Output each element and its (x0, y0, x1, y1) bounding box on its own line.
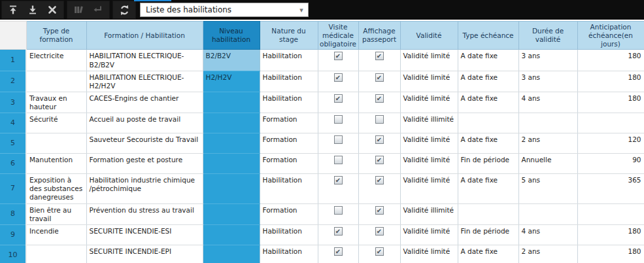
col-header-anticipation-echeance[interactable]: Anticipation échéance(en jours) (577, 22, 644, 50)
cell-validite[interactable]: Validité limité (400, 71, 458, 92)
cell-type-formation[interactable]: Bien être au travail (26, 203, 86, 224)
cell-nature-stage[interactable]: Habilitation (260, 224, 318, 245)
visite-medicale-checkbox[interactable] (334, 176, 343, 184)
refresh-button[interactable] (114, 2, 134, 18)
affichage-passeport-checkbox[interactable] (375, 52, 384, 60)
cell-formation-habilitation[interactable]: SECURITE INCENDIE-EPI (86, 245, 203, 263)
visite-medicale-checkbox[interactable] (334, 135, 343, 144)
cell-duree-validite[interactable] (518, 203, 577, 224)
cell-type-echeance[interactable] (458, 203, 518, 224)
row-number[interactable]: 10 (0, 245, 26, 263)
step-arrow-button[interactable] (88, 2, 108, 18)
col-header-niveau-habilitation[interactable]: Niveau habilitation (203, 22, 260, 50)
col-header-formation-habilitation[interactable]: Formation / Habilitation (86, 22, 203, 50)
visite-medicale-checkbox[interactable] (334, 206, 343, 215)
cell-nature-stage[interactable]: Habilitation (260, 174, 318, 203)
cell-type-formation[interactable] (26, 133, 86, 154)
books-button[interactable] (69, 2, 88, 18)
row-number[interactable]: 4 (0, 113, 26, 133)
cell-anticipation-echeance[interactable]: 180 (577, 245, 644, 263)
col-header-type-echeance[interactable]: Type échéance (458, 22, 518, 50)
cell-anticipation-echeance[interactable] (577, 203, 644, 224)
cell-anticipation-echeance[interactable]: 180 (577, 224, 644, 245)
cell-validite[interactable]: Validité limité (400, 154, 458, 174)
affichage-passeport-checkbox[interactable] (375, 176, 384, 184)
cell-type-echeance[interactable]: A date fixe (458, 174, 518, 203)
cell-niveau-habilitation[interactable] (203, 203, 260, 224)
col-header-affichage-passeport[interactable]: Affichage passeport (358, 22, 400, 50)
cell-type-formation[interactable] (26, 245, 86, 263)
visite-medicale-checkbox[interactable] (334, 247, 343, 256)
cell-validite[interactable]: Validité limité (400, 224, 458, 245)
cell-formation-habilitation[interactable]: HABILITATION ELECTRIQUE-H2/H2V (86, 71, 203, 92)
row-number[interactable]: 9 (0, 224, 26, 245)
cell-validite[interactable]: Validité limité (400, 133, 458, 154)
arrow-up-to-line-button[interactable] (3, 2, 23, 18)
cell-formation-habilitation[interactable]: Habilitation industrie chimique /pétroch… (86, 174, 203, 203)
cell-anticipation-echeance[interactable] (577, 113, 644, 133)
cell-type-formation[interactable]: Sécurité (26, 113, 86, 133)
cell-type-echeance[interactable]: Fin de période (458, 224, 518, 245)
visite-medicale-checkbox[interactable] (334, 115, 343, 124)
cell-duree-validite[interactable]: 4 ans (518, 224, 577, 245)
cell-validite[interactable]: Validité limité (400, 50, 458, 71)
affichage-passeport-checkbox[interactable] (375, 227, 384, 236)
close-button[interactable] (42, 2, 62, 18)
row-number[interactable]: 1 (0, 50, 26, 71)
cell-duree-validite[interactable]: 3 ans (518, 50, 577, 71)
cell-formation-habilitation[interactable]: HABILITATION ELECTRIQUE-B2/B2V (86, 50, 203, 71)
cell-niveau-habilitation[interactable] (203, 133, 260, 154)
affichage-passeport-checkbox[interactable] (375, 247, 384, 256)
row-number[interactable]: 6 (0, 154, 26, 174)
cell-validite[interactable]: Validité limité (400, 174, 458, 203)
cell-nature-stage[interactable]: Habilitation (260, 50, 318, 71)
cell-niveau-habilitation[interactable] (203, 154, 260, 174)
cell-nature-stage[interactable]: Formation (260, 203, 318, 224)
cell-anticipation-echeance[interactable]: 180 (577, 92, 644, 113)
cell-anticipation-echeance[interactable]: 120 (577, 133, 644, 154)
cell-type-echeance[interactable]: Fin de période (458, 154, 518, 174)
cell-type-echeance[interactable]: A date fixe (458, 50, 518, 71)
cell-nature-stage[interactable]: Habilitation (260, 245, 318, 263)
cell-formation-habilitation[interactable]: Prévention du stress au travail (86, 203, 203, 224)
cell-type-echeance[interactable] (458, 113, 518, 133)
cell-type-echeance[interactable]: A date fixe (458, 245, 518, 263)
cell-anticipation-echeance[interactable]: 90 (577, 154, 644, 174)
cell-formation-habilitation[interactable]: Sauveteur Secouriste du Travail (86, 133, 203, 154)
cell-type-formation[interactable]: Electricite (26, 50, 86, 71)
cell-duree-validite[interactable]: 5 ans (518, 174, 577, 203)
cell-nature-stage[interactable]: Formation (260, 113, 318, 133)
visite-medicale-checkbox[interactable] (334, 73, 343, 82)
cell-formation-habilitation[interactable]: SECURITE INCENDIE-ESI (86, 224, 203, 245)
row-number[interactable]: 5 (0, 133, 26, 154)
cell-duree-validite[interactable]: 4 ans (518, 92, 577, 113)
view-select[interactable]: Liste des habilitations ▾ (140, 3, 309, 17)
row-number[interactable]: 3 (0, 92, 26, 113)
col-header-nature-du-stage[interactable]: Nature du stage (260, 22, 318, 50)
affichage-passeport-checkbox[interactable] (375, 156, 384, 164)
cell-type-formation[interactable]: Manutention (26, 154, 86, 174)
cell-niveau-habilitation[interactable]: H2/H2V (203, 71, 260, 92)
cell-duree-validite[interactable] (518, 113, 577, 133)
affichage-passeport-checkbox[interactable] (375, 206, 384, 215)
cell-validite[interactable]: Validité limité (400, 245, 458, 263)
cell-niveau-habilitation[interactable] (203, 224, 260, 245)
cell-validite[interactable]: Validité illimité (400, 113, 458, 133)
cell-formation-habilitation[interactable]: CACES-Engins de chantier (86, 92, 203, 113)
cell-formation-habilitation[interactable]: Accueil au poste de travail (86, 113, 203, 133)
cell-nature-stage[interactable]: Formation (260, 133, 318, 154)
cell-type-formation[interactable]: Travaux en hauteur (26, 92, 86, 113)
cell-duree-validite[interactable]: 2 ans (518, 133, 577, 154)
cell-nature-stage[interactable]: Habilitation (260, 92, 318, 113)
cell-anticipation-echeance[interactable]: 180 (577, 50, 644, 71)
cell-validite[interactable]: Validité illimité (400, 203, 458, 224)
row-number[interactable]: 2 (0, 71, 26, 92)
cell-niveau-habilitation[interactable] (203, 174, 260, 203)
cell-duree-validite[interactable]: Annuelle (518, 154, 577, 174)
cell-nature-stage[interactable]: Habilitation (260, 71, 318, 92)
visite-medicale-checkbox[interactable] (334, 227, 343, 236)
visite-medicale-checkbox[interactable] (334, 156, 343, 164)
visite-medicale-checkbox[interactable] (334, 94, 343, 103)
affichage-passeport-checkbox[interactable] (375, 94, 384, 103)
cell-formation-habilitation[interactable]: Formation geste et posture (86, 154, 203, 174)
